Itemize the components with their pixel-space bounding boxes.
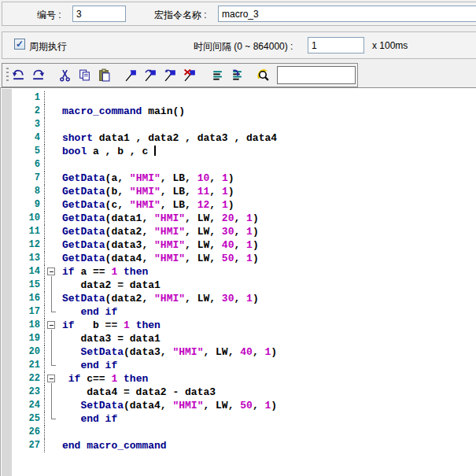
toggle-bookmark-icon <box>124 68 138 82</box>
code-line: 17 end if <box>1 305 476 319</box>
fold-guide <box>51 399 52 412</box>
fold-collapse-icon[interactable] <box>47 268 55 275</box>
code-text: end if <box>61 412 117 426</box>
code-line: 21 end if <box>1 359 476 372</box>
goto-line-button[interactable] <box>227 65 246 85</box>
code-line: 22 if c== 1 then <box>1 372 476 386</box>
code-line: 18if b == 1 then <box>1 319 476 332</box>
editor-margin-strip <box>2 89 12 476</box>
copy-icon <box>78 68 91 82</box>
code-text: end macro_command <box>61 439 167 452</box>
macro-editor-dialog: 编号 : 宏指令名称 : ✓ 周期执行 时间间隔 (0 ~ 864000) : … <box>0 0 476 476</box>
fold-margin <box>45 319 61 332</box>
code-line: 11GetData(data2, "HMI", LW, 30, 1) <box>1 225 476 238</box>
find-icon <box>256 68 270 82</box>
code-line: 7GetData(a, "HMI", LB, 10, 1) <box>1 172 476 185</box>
code-text: if b == 1 then <box>61 319 161 332</box>
interval-unit-label: x 100ms <box>372 40 408 51</box>
code-line: 20 SetData(data3, "HMI", LW, 40, 1) <box>1 345 476 359</box>
fold-guide <box>51 386 52 399</box>
fold-margin <box>45 131 61 145</box>
code-text: short data1 , data2 , data3 , data4 <box>61 131 277 145</box>
copy-button[interactable] <box>75 65 94 85</box>
code-text: GetData(c, "HMI", LB, 12, 1) <box>61 198 234 212</box>
code-text: data3 = data1 <box>61 332 161 345</box>
code-text <box>61 118 62 131</box>
fold-margin <box>45 332 61 345</box>
find-input[interactable] <box>277 66 356 84</box>
code-line: 14if a == 1 then <box>1 265 476 279</box>
fold-margin <box>45 238 61 252</box>
code-line: 12GetData(data3, "HMI", LW, 40, 1) <box>1 238 476 252</box>
find-button[interactable] <box>253 65 273 85</box>
fold-margin <box>45 345 61 359</box>
fold-margin <box>45 118 61 131</box>
text-cursor <box>154 146 156 156</box>
fold-guide <box>51 345 52 359</box>
code-line: 13GetData(data4, "HMI", LW, 50, 1) <box>1 252 476 265</box>
periodic-checkbox[interactable]: ✓ <box>14 39 25 50</box>
toggle-bookmark-button[interactable] <box>121 65 141 85</box>
next-bookmark-button[interactable] <box>141 65 161 85</box>
checkmark-icon: ✓ <box>16 39 24 50</box>
fold-margin <box>45 252 61 265</box>
code-text: macro_command main() <box>61 105 185 118</box>
fold-margin <box>45 158 61 172</box>
macro-number-input[interactable] <box>72 6 126 22</box>
code-text: data2 = data1 <box>61 279 161 292</box>
macro-name-input[interactable] <box>218 6 476 22</box>
code-line: 8GetData(b, "HMI", LB, 11, 1) <box>1 185 476 198</box>
fold-margin <box>45 172 61 185</box>
code-text: if c== 1 then <box>61 372 148 386</box>
code-line: 19 data3 = data1 <box>1 332 476 345</box>
code-text: SetData(data3, "HMI", LW, 40, 1) <box>61 345 277 359</box>
code-line: 5bool a , b , c <box>1 145 476 158</box>
clear-bookmarks-button[interactable] <box>180 65 200 85</box>
code-text: SetData(data4, "HMI", LW, 50, 1) <box>61 399 277 412</box>
fold-guide-end <box>51 412 52 419</box>
fold-margin <box>45 225 61 238</box>
line-list-button[interactable] <box>207 65 227 85</box>
previous-bookmark-button[interactable] <box>161 65 180 85</box>
code-text: GetData(a, "HMI", LB, 10, 1) <box>61 172 234 185</box>
undo-icon <box>12 68 25 82</box>
fold-margin <box>45 292 61 305</box>
redo-icon <box>31 68 45 82</box>
fold-collapse-icon[interactable] <box>47 375 55 382</box>
fold-guide-end <box>51 359 52 366</box>
redo-button[interactable] <box>28 65 48 85</box>
fold-margin <box>45 412 61 426</box>
fold-guide <box>51 292 52 305</box>
code-line: 16SetData(data2, "HMI", LW, 30, 1) <box>1 292 476 305</box>
code-line: 9GetData(c, "HMI", LB, 12, 1) <box>1 198 476 212</box>
cut-icon <box>58 68 72 82</box>
macro-name-label: 宏指令名称 : <box>154 9 207 22</box>
code-line: 23 data4 = data2 - data3 <box>1 386 476 399</box>
cut-button[interactable] <box>55 65 75 85</box>
fold-collapse-icon[interactable] <box>47 321 55 329</box>
code-text: GetData(b, "HMI", LB, 11, 1) <box>61 185 234 198</box>
paste-button[interactable] <box>94 65 114 85</box>
code-text: SetData(data2, "HMI", LW, 30, 1) <box>61 292 259 305</box>
code-text: GetData(data4, "HMI", LW, 50, 1) <box>61 252 259 265</box>
code-text: GetData(data1, "HMI", LW, 20, 1) <box>61 212 259 225</box>
macro-identity-panel: 编号 : 宏指令名称 : <box>2 2 476 26</box>
code-text: GetData(data2, "HMI", LW, 30, 1) <box>61 225 259 238</box>
code-line: 10GetData(data1, "HMI", LW, 20, 1) <box>1 212 476 225</box>
code-line: 25 end if <box>1 412 476 426</box>
code-text: data4 = data2 - data3 <box>61 386 216 399</box>
next-bookmark-icon <box>144 68 157 82</box>
code-text <box>61 91 62 105</box>
fold-guide <box>51 279 52 292</box>
macro-number-label: 编号 : <box>37 9 61 22</box>
undo-button[interactable] <box>9 65 28 85</box>
fold-guide-end <box>51 305 52 312</box>
goto-line-icon <box>230 68 243 82</box>
interval-input[interactable] <box>308 37 364 54</box>
fold-margin <box>45 105 61 118</box>
fold-margin <box>45 91 61 105</box>
code-editor[interactable]: 12macro_command main()34short data1 , da… <box>0 87 476 476</box>
fold-margin <box>45 145 61 158</box>
clear-bookmarks-icon <box>183 68 197 82</box>
toolbar-buttons <box>9 65 273 85</box>
